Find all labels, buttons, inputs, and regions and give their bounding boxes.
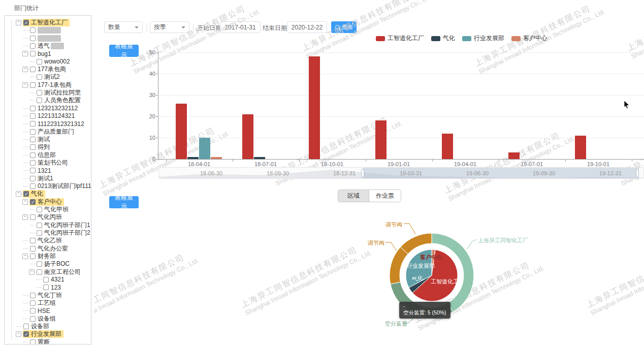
tree-item[interactable]: 气化丙班 [5, 213, 91, 221]
tree-checkbox[interactable] [30, 43, 36, 49]
tree-item[interactable]: 得到 [5, 143, 91, 151]
tree-checkbox[interactable] [23, 331, 29, 337]
tree-item[interactable]: 气化乙班 [5, 237, 91, 244]
end-date-input[interactable] [287, 21, 327, 33]
datazoom-slider[interactable]: 18-06-3018-09-3018-12-3119-03-3119-06-30… [158, 167, 644, 179]
tree-item[interactable]: 气化 [5, 190, 91, 198]
collapse-icon[interactable] [22, 67, 28, 72]
legend-item[interactable]: 工智道化工厂 [376, 34, 424, 43]
tree-checkbox[interactable] [23, 191, 29, 197]
tree-item[interactable]: 177-1承包商 [5, 81, 91, 89]
tree-item[interactable]: 1321 [5, 167, 91, 174]
table-show-button-top[interactable]: 表格展示 [109, 45, 139, 57]
tree-item[interactable]: 气化丙班子部门2 [5, 229, 91, 237]
tree-checkbox[interactable] [30, 121, 36, 127]
tree-checkbox[interactable] [30, 27, 36, 33]
tree-checkbox[interactable] [30, 82, 36, 88]
tree-checkbox[interactable] [30, 214, 36, 220]
tree-checkbox[interactable] [30, 246, 36, 252]
tree-item[interactable]: 客户中心 [5, 198, 91, 206]
tree-item[interactable]: HSE [5, 307, 91, 315]
tree-item[interactable]: 气化丁班 [5, 292, 91, 299]
tree-item[interactable]: 工艺组 [5, 299, 91, 307]
tree-checkbox[interactable] [37, 269, 42, 275]
tree-checkbox[interactable] [30, 339, 36, 344]
tree-checkbox[interactable] [37, 223, 42, 228]
datazoom-handle-right[interactable] [636, 169, 639, 177]
tree-item[interactable]: 测试 [5, 136, 91, 143]
collapse-icon[interactable] [22, 82, 28, 88]
tree-item[interactable]: 产品质量部门 [5, 128, 91, 136]
tree-item[interactable]: 设备组 [5, 315, 91, 323]
tree-item[interactable]: 设备部 [5, 323, 91, 330]
tree-checkbox[interactable] [43, 277, 49, 283]
tree-checkbox[interactable] [30, 113, 36, 119]
tree-item[interactable] [5, 26, 91, 34]
tree-checkbox[interactable] [30, 106, 36, 111]
tree-checkbox[interactable] [37, 261, 42, 267]
tree-item[interactable]: 气化丙班子部门1 [5, 222, 91, 229]
tree-checkbox[interactable] [37, 207, 42, 212]
start-date-input[interactable] [220, 21, 261, 33]
tree-checkbox[interactable] [37, 98, 42, 103]
tree-checkbox[interactable] [30, 168, 36, 173]
tree-item[interactable]: 测试2 [5, 73, 91, 81]
period-select[interactable]: 按季 [150, 21, 189, 33]
tree-checkbox[interactable] [37, 74, 42, 80]
tree-checkbox[interactable] [30, 308, 36, 313]
tree-item[interactable]: 测试1 [5, 175, 91, 182]
tree-item[interactable]: 气化甲班 [5, 206, 91, 213]
tree-item[interactable]: 12213124321 [5, 112, 91, 120]
metric-select[interactable]: 数量 [104, 21, 143, 33]
tree-item[interactable]: 气化办公室 [5, 245, 91, 253]
tree-item[interactable]: 信息部 [5, 151, 91, 159]
collapse-icon[interactable] [22, 254, 28, 259]
tree-checkbox[interactable] [30, 152, 36, 158]
tree-checkbox[interactable] [30, 144, 36, 150]
tree-item[interactable]: bug1 [5, 50, 91, 57]
legend-item[interactable]: 气化 [431, 34, 455, 43]
legend-item[interactable]: 客户中心 [511, 34, 548, 43]
tree-checkbox[interactable] [30, 129, 36, 135]
search-button[interactable]: 查询 [331, 21, 357, 33]
legend-item[interactable]: 行业发展部 [462, 34, 504, 43]
tree-item[interactable]: 财务部 [5, 253, 91, 260]
tree-item[interactable]: 透气 [5, 42, 91, 50]
tree-item[interactable]: wowo002 [5, 58, 91, 66]
tree-checkbox[interactable] [43, 285, 49, 290]
tree-checkbox[interactable] [30, 300, 36, 306]
tree-item[interactable]: 测试拉拉阿里 [5, 89, 91, 97]
tree-item[interactable]: 4321 [5, 276, 91, 284]
collapse-icon[interactable] [16, 20, 21, 25]
tree-checkbox[interactable] [37, 90, 42, 96]
tree-checkbox[interactable] [30, 137, 36, 142]
collapse-icon[interactable] [22, 199, 28, 205]
tree-item[interactable]: 177承包商 [5, 66, 91, 73]
tree-item[interactable] [5, 35, 91, 42]
tree-checkbox[interactable] [37, 230, 42, 236]
tree-checkbox[interactable] [30, 51, 36, 56]
tree-checkbox[interactable] [30, 238, 36, 243]
table-show-button-bottom[interactable]: 表格展示 [109, 196, 139, 208]
collapse-icon[interactable] [16, 191, 21, 197]
tree-item[interactable]: 123213232112 [5, 105, 91, 112]
tree-item[interactable]: 人员角色配置 [5, 97, 91, 104]
tree-item[interactable]: 11122312321312 [5, 120, 91, 128]
toggle-option-ticket[interactable]: 作业票 [369, 190, 401, 202]
collapse-icon[interactable] [29, 269, 35, 275]
tree-checkbox[interactable] [30, 67, 36, 72]
tree-checkbox[interactable] [23, 324, 29, 329]
tree-item[interactable]: 南京工程公司 [5, 268, 91, 276]
tree-checkbox[interactable] [30, 176, 36, 181]
tree-item[interactable]: 工智道化工厂 [5, 19, 91, 26]
tree-checkbox[interactable] [30, 160, 36, 166]
tree-item[interactable]: 0213测试部门lpf111 [5, 182, 91, 190]
tree-item[interactable]: 扬子BOC [5, 260, 91, 268]
tree-item[interactable]: 策划书公司 [5, 159, 91, 167]
tree-checkbox[interactable] [30, 293, 36, 298]
collapse-icon[interactable] [22, 51, 28, 56]
toggle-option-area[interactable]: 区域 [338, 190, 369, 202]
tree-item[interactable]: 123 [5, 284, 91, 291]
collapse-icon[interactable] [16, 331, 21, 337]
tree-checkbox[interactable] [30, 316, 36, 322]
